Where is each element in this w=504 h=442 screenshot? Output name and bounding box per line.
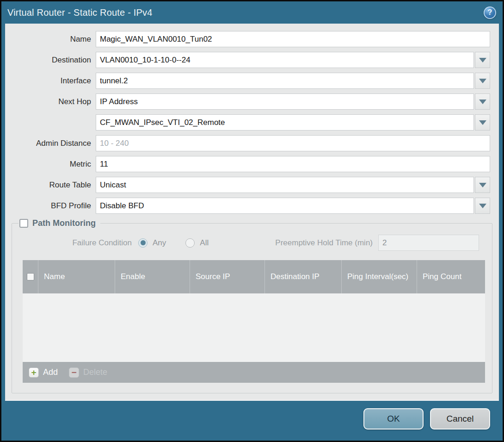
form-row-destination: Destination bbox=[5, 52, 490, 68]
failure-condition-option-any: Any bbox=[138, 238, 166, 248]
path-monitoring-checkbox[interactable] bbox=[19, 219, 28, 228]
table-header-select-cell bbox=[23, 260, 38, 293]
add-button-label: Add bbox=[43, 367, 58, 377]
dialog-title: Virtual Router - Static Route - IPv4 bbox=[7, 7, 484, 18]
form-row-route-table: Route Table bbox=[5, 177, 490, 193]
help-button[interactable]: ? bbox=[484, 6, 496, 19]
help-icon: ? bbox=[488, 8, 492, 17]
table-header-row: Name Enable Source IP Destination IP Pin… bbox=[23, 260, 485, 293]
chevron-down-icon bbox=[479, 120, 486, 125]
interface-input[interactable] bbox=[96, 73, 474, 89]
path-monitoring-legend: Path Monitoring bbox=[18, 218, 100, 228]
radio-all-label: All bbox=[200, 238, 209, 248]
route-table-dropdown-button[interactable] bbox=[475, 177, 490, 193]
column-header-ping-interval: Ping Interval(sec) bbox=[341, 260, 417, 293]
table-toolbar: + Add − Delete bbox=[23, 362, 485, 383]
name-input[interactable] bbox=[96, 31, 490, 47]
path-monitoring-controls: Failure Condition Any All Preemptive Hol… bbox=[16, 235, 488, 251]
form-row-interface: Interface bbox=[5, 73, 490, 89]
bfd-profile-input[interactable] bbox=[96, 198, 474, 214]
failure-condition-radio-group: Any All bbox=[138, 238, 209, 248]
next-hop-label: Next Hop bbox=[5, 97, 96, 106]
form-row-bfd-profile: BFD Profile bbox=[5, 198, 490, 214]
cancel-button[interactable]: Cancel bbox=[430, 408, 490, 430]
path-monitoring-section: Path Monitoring Failure Condition Any Al… bbox=[12, 218, 492, 393]
minus-icon: − bbox=[69, 367, 79, 378]
path-monitoring-label: Path Monitoring bbox=[32, 218, 96, 228]
form-row-name: Name bbox=[5, 31, 490, 47]
preemptive-hold-time-input[interactable] bbox=[378, 235, 479, 251]
dialog-footer: OK Cancel bbox=[1, 401, 503, 441]
column-header-destination-ip: Destination IP bbox=[264, 260, 341, 293]
destination-input[interactable] bbox=[96, 52, 474, 68]
delete-button[interactable]: − Delete bbox=[69, 367, 107, 378]
interface-dropdown-button[interactable] bbox=[475, 73, 490, 89]
radio-any[interactable] bbox=[138, 238, 148, 248]
next-hop-type-dropdown-button[interactable] bbox=[475, 93, 490, 110]
form-row-next-hop: Next Hop bbox=[5, 93, 490, 110]
column-header-source-ip: Source IP bbox=[190, 260, 264, 293]
failure-condition-label: Failure Condition bbox=[16, 238, 138, 248]
metric-label: Metric bbox=[5, 160, 96, 169]
preemptive-hold-time-label: Preemptive Hold Time (min) bbox=[275, 238, 378, 248]
route-table-label: Route Table bbox=[5, 181, 96, 190]
name-label: Name bbox=[5, 35, 96, 44]
select-all-checkbox[interactable] bbox=[27, 273, 34, 280]
radio-all[interactable] bbox=[185, 238, 195, 248]
monitor-destinations-table: Name Enable Source IP Destination IP Pin… bbox=[23, 260, 485, 383]
metric-input[interactable] bbox=[96, 156, 490, 172]
column-header-name: Name bbox=[38, 260, 115, 293]
column-header-enable: Enable bbox=[115, 260, 190, 293]
radio-any-label: Any bbox=[153, 238, 166, 248]
title-bar: Virtual Router - Static Route - IPv4 ? bbox=[1, 1, 503, 24]
plus-icon: + bbox=[29, 367, 39, 378]
next-hop-address-dropdown-button[interactable] bbox=[475, 114, 490, 131]
delete-button-label: Delete bbox=[83, 367, 107, 377]
destination-dropdown-button[interactable] bbox=[475, 52, 490, 68]
chevron-down-icon bbox=[479, 79, 486, 83]
virtual-router-static-route-dialog: Virtual Router - Static Route - IPv4 ? N… bbox=[0, 0, 504, 442]
form-row-next-hop-address bbox=[5, 114, 490, 131]
chevron-down-icon bbox=[479, 58, 486, 62]
failure-condition-option-all: All bbox=[185, 238, 209, 248]
chevron-down-icon bbox=[479, 100, 486, 104]
form-row-metric: Metric bbox=[5, 156, 490, 172]
chevron-down-icon bbox=[479, 183, 486, 187]
table-body-empty bbox=[23, 293, 485, 362]
bfd-profile-label: BFD Profile bbox=[5, 201, 96, 211]
ok-button[interactable]: OK bbox=[363, 408, 424, 430]
admin-distance-input[interactable] bbox=[96, 135, 490, 151]
admin-distance-label: Admin Distance bbox=[5, 139, 96, 148]
column-header-ping-count: Ping Count bbox=[417, 260, 485, 293]
route-table-input[interactable] bbox=[96, 177, 474, 193]
form-row-admin-distance: Admin Distance bbox=[5, 135, 490, 151]
bfd-profile-dropdown-button[interactable] bbox=[475, 198, 490, 214]
add-button[interactable]: + Add bbox=[29, 367, 58, 378]
dialog-content: Name Destination Interface bbox=[5, 24, 499, 401]
destination-label: Destination bbox=[5, 56, 96, 65]
interface-label: Interface bbox=[5, 76, 96, 86]
next-hop-address-input[interactable] bbox=[96, 114, 474, 131]
next-hop-type-input[interactable] bbox=[96, 93, 474, 110]
chevron-down-icon bbox=[479, 204, 486, 208]
